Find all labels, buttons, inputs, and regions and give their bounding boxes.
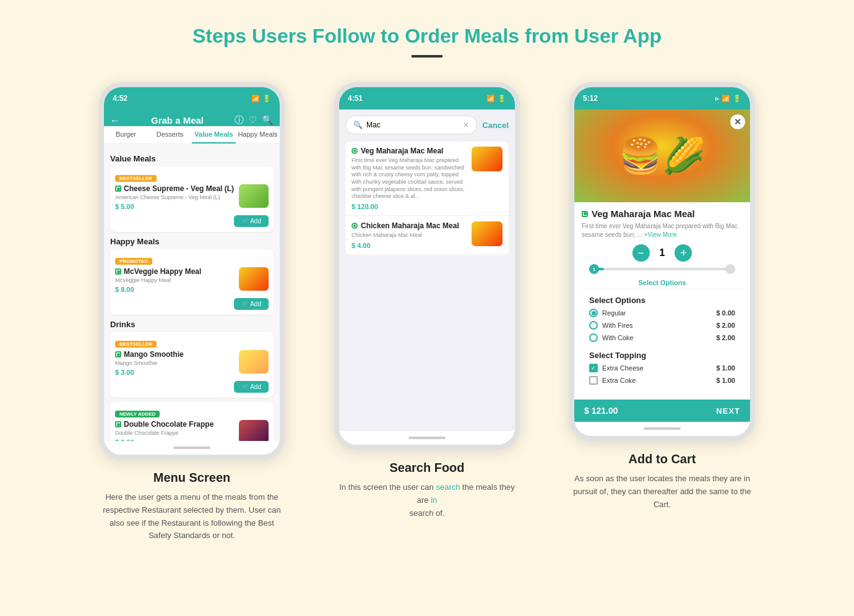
- status-time-menu: 4:52: [113, 94, 127, 103]
- cart-caption-desc: As soon as the user locates the meals th…: [572, 473, 752, 511]
- tab-desserts[interactable]: Desserts: [148, 126, 192, 143]
- search-highlight-1: search: [436, 482, 460, 492]
- phone-bottom-bar-2: [339, 431, 515, 445]
- qty-increase-button[interactable]: +: [675, 244, 692, 262]
- search-result-price-1: $ 120.00: [352, 203, 467, 210]
- option-row-coke[interactable]: With Coke $ 2.00: [589, 333, 735, 342]
- add-button-3[interactable]: 🛒 Add: [234, 381, 269, 393]
- option-left-coke: With Coke: [589, 333, 634, 342]
- phone-frame-menu: 4:52 📶 🔋 ← Grab a Meal ⓘ ♡ 🔍 Burger D: [99, 82, 285, 460]
- badge-bestseller-2: BESTSELLER: [115, 341, 157, 348]
- search-caption-desc: In this screen the user can search the m…: [337, 481, 517, 520]
- cart-total: $ 121.00: [584, 406, 618, 416]
- option-row-fires[interactable]: With Fires $ 2.00: [589, 321, 735, 330]
- topping-left-cheese: Extra Cheese: [589, 364, 644, 372]
- checkbox-coke[interactable]: [589, 376, 598, 385]
- cart-footer: $ 121.00 NEXT: [574, 400, 750, 422]
- menu-item-card-2: PROMOTED McVeggie Happy Meal McVeggie Ha…: [110, 249, 274, 315]
- close-button[interactable]: ✕: [730, 114, 745, 129]
- menu-tabs: Burger Desserts Value Meals Happy Meals: [104, 126, 280, 144]
- menu-item-sub-4: Double Chocolate Frappe: [115, 430, 235, 436]
- menu-item-info-3: Mango Smoothie Mango Smoothie $ 3.00: [115, 350, 235, 376]
- search-icon[interactable]: 🔍: [262, 114, 274, 126]
- menu-item-card: BESTSELLER Cheese Supreme - Veg Meal (L)…: [110, 166, 274, 232]
- cart-item-desc: First time ever Veg Maharaja Mac prepare…: [582, 222, 743, 239]
- menu-navbar: ← Grab a Meal ⓘ ♡ 🔍: [104, 109, 280, 126]
- search-screen-body: 🔍 Mac ✕ Cancel Veg Maharaja Mac Meal: [339, 109, 515, 431]
- search-result-info-1: Veg Maharaja Mac Meal First time ever Ve…: [352, 147, 467, 210]
- add-button[interactable]: 🛒 Add: [234, 215, 269, 227]
- burger-image: 🍔🌽: [574, 109, 750, 202]
- search-result-item-1[interactable]: Veg Maharaja Mac Meal First time ever Ve…: [345, 142, 509, 216]
- cart-screen-caption: Add to Cart As soon as the user locates …: [572, 452, 752, 511]
- select-options-tab[interactable]: Select Options: [582, 276, 743, 289]
- next-button[interactable]: NEXT: [716, 406, 740, 416]
- phone-bottom-bar-1: [104, 441, 280, 455]
- checkbox-cheese[interactable]: [589, 364, 598, 372]
- phone-frame-search: 4:51 📶 🔋 🔍 Mac ✕ Cancel: [334, 82, 520, 450]
- clear-search-icon[interactable]: ✕: [463, 121, 469, 129]
- page-title: Steps Users Follow to Order Meals from U…: [12, 25, 842, 48]
- radio-fires[interactable]: [589, 321, 598, 330]
- quantity-display: 1: [660, 247, 665, 259]
- home-indicator-1: [173, 447, 210, 449]
- title-divider: [412, 55, 442, 58]
- topping-row-cheese[interactable]: Extra Cheese $ 1.00: [589, 364, 735, 372]
- topping-row-coke[interactable]: Extra Coke $ 1.00: [589, 376, 735, 385]
- qty-decrease-button[interactable]: −: [632, 244, 650, 262]
- search-result-item-2[interactable]: Chicken Maharaja Mac Meal Chicken Mahara…: [345, 216, 509, 255]
- option-row-regular[interactable]: Regular $ 0.00: [589, 309, 735, 317]
- tab-value-meals[interactable]: Value Meals: [192, 126, 236, 143]
- option-left-regular: Regular: [589, 309, 626, 317]
- add-button-2[interactable]: 🛒 Add: [234, 298, 269, 310]
- slider-thumb-right[interactable]: [725, 264, 735, 274]
- radio-regular[interactable]: [589, 309, 598, 317]
- tab-burger[interactable]: Burger: [104, 126, 148, 143]
- cart-item-name: Veg Maharaja Mac Meal: [582, 208, 743, 219]
- search-results-list: Veg Maharaja Mac Meal First time ever Ve…: [345, 142, 509, 255]
- view-more-link[interactable]: +View More: [644, 231, 677, 238]
- radio-coke[interactable]: [589, 333, 598, 342]
- status-bar-cart: 5:12 ▹ 📶 🔋: [574, 87, 750, 109]
- back-icon[interactable]: ←: [110, 115, 120, 126]
- wifi-icon: 📶: [251, 95, 260, 103]
- search-value[interactable]: Mac: [366, 121, 459, 129]
- search-caption-title: Search Food: [337, 461, 517, 475]
- cart-item-detail: Veg Maharaja Mac Meal First time ever Ve…: [574, 202, 750, 397]
- menu-item-price-4: $ 3.00: [115, 438, 235, 441]
- slider-track[interactable]: 1: [589, 268, 735, 270]
- menu-item-name: Cheese Supreme - Veg Meal (L): [115, 184, 235, 193]
- veg-indicator-2: [115, 268, 121, 275]
- veg-circle-2: [352, 223, 358, 229]
- search-screen-col: 4:51 📶 🔋 🔍 Mac ✕ Cancel: [328, 82, 526, 520]
- menu-body: Value Meals BESTSELLER Cheese Supreme - …: [104, 144, 280, 441]
- cart-caption-title: Add to Cart: [572, 452, 752, 466]
- phone-bottom-bar-3: [574, 422, 750, 435]
- tab-happy-meals[interactable]: Happy Meals: [236, 126, 280, 143]
- info-icon[interactable]: ⓘ: [235, 114, 244, 126]
- option-label-coke: With Coke: [602, 334, 634, 341]
- menu-item-row: Cheese Supreme - Veg Meal (L) American C…: [115, 184, 269, 210]
- options-section-title: Select Options: [589, 296, 735, 305]
- cart-veg-indicator: [582, 211, 588, 217]
- menu-item-price-2: $ 8.00: [115, 286, 235, 293]
- quantity-control: − 1 +: [582, 244, 743, 262]
- search-cancel-btn[interactable]: Cancel: [482, 121, 509, 130]
- menu-item-card-3: BESTSELLER Mango Smoothie Mango Smoothie…: [110, 332, 274, 398]
- menu-item-info: Cheese Supreme - Veg Meal (L) American C…: [115, 184, 235, 210]
- menu-item-img-3: [239, 350, 269, 374]
- search-screen-caption: Search Food In this screen the user can …: [337, 461, 517, 520]
- slider-thumb-left[interactable]: 1: [589, 264, 599, 274]
- slider-row: 1: [582, 268, 743, 270]
- section-happy-meals: Happy Meals: [110, 237, 274, 246]
- search-result-img-1: [472, 147, 502, 171]
- veg-circle-1: [352, 148, 358, 154]
- menu-nav-title: Grab a Meal: [120, 115, 235, 126]
- wifi-icon-cart: 📶: [722, 95, 730, 103]
- veg-indicator: [115, 186, 121, 192]
- wifi-icon-search: 📶: [486, 95, 495, 103]
- heart-icon[interactable]: ♡: [249, 114, 257, 126]
- home-indicator-2: [408, 437, 446, 439]
- badge-bestseller: BESTSELLER: [115, 175, 157, 182]
- menu-item-sub: American Cheese Supreme - Veg Meal (L): [115, 194, 235, 200]
